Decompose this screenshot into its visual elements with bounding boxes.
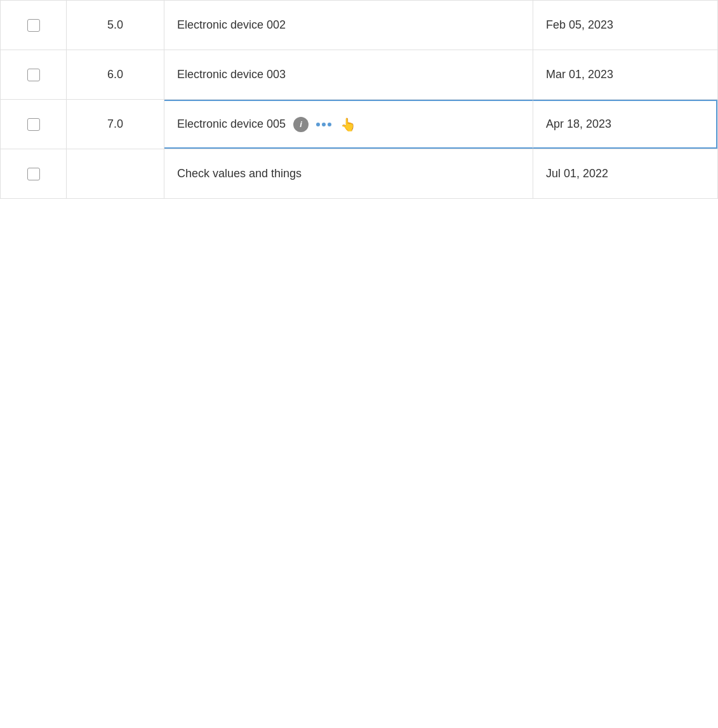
name-cell: Check values and things	[164, 149, 533, 198]
date-cell: Jul 01, 2022	[533, 149, 717, 198]
table-row: Check values and things Jul 01, 2022	[1, 149, 717, 199]
row-number: 6.0	[107, 68, 123, 81]
row-checkbox[interactable]	[27, 69, 40, 81]
row-date: Jul 01, 2022	[546, 167, 608, 180]
row-name: Check values and things	[177, 167, 302, 180]
checkbox-cell	[1, 100, 67, 149]
date-cell: Mar 01, 2023	[533, 50, 717, 99]
number-cell: 7.0	[67, 100, 164, 149]
row-date: Mar 01, 2023	[546, 68, 613, 81]
date-cell: Feb 05, 2023	[533, 1, 717, 50]
table-row: 6.0 Electronic device 003 Mar 01, 2023	[1, 50, 717, 100]
table-row-highlighted: 7.0 Electronic device 005 i 👆 Apr 18, 20…	[1, 100, 717, 149]
row-date: Apr 18, 2023	[546, 118, 611, 131]
empty-space	[0, 199, 718, 707]
row-number: 7.0	[107, 118, 123, 131]
checkbox-cell	[1, 149, 67, 198]
row-checkbox[interactable]	[27, 19, 40, 32]
row-name: Electronic device 002	[177, 18, 286, 32]
name-cell: Electronic device 003	[164, 50, 533, 99]
info-icon[interactable]: i	[293, 117, 309, 132]
dot-2	[322, 123, 326, 126]
name-cell: Electronic device 005 i 👆	[164, 100, 533, 149]
row-checkbox[interactable]	[27, 168, 40, 180]
table-row: 5.0 Electronic device 002 Feb 05, 2023	[1, 1, 717, 50]
number-cell: 6.0	[67, 50, 164, 99]
cursor-icon: 👆	[340, 117, 356, 132]
row-number: 5.0	[107, 18, 123, 32]
row-checkbox[interactable]	[27, 118, 40, 131]
row-name: Electronic device 005	[177, 118, 286, 131]
name-cell: Electronic device 002	[164, 1, 533, 50]
dot-1	[316, 123, 320, 126]
dot-3	[328, 123, 331, 126]
number-cell: 5.0	[67, 1, 164, 50]
data-table: 5.0 Electronic device 002 Feb 05, 2023 6…	[0, 0, 718, 199]
date-cell: Apr 18, 2023	[533, 100, 717, 149]
more-options-button[interactable]	[316, 123, 331, 126]
row-name: Electronic device 003	[177, 68, 286, 81]
checkbox-cell	[1, 1, 67, 50]
checkbox-cell	[1, 50, 67, 99]
number-cell	[67, 149, 164, 198]
row-date: Feb 05, 2023	[546, 18, 613, 32]
